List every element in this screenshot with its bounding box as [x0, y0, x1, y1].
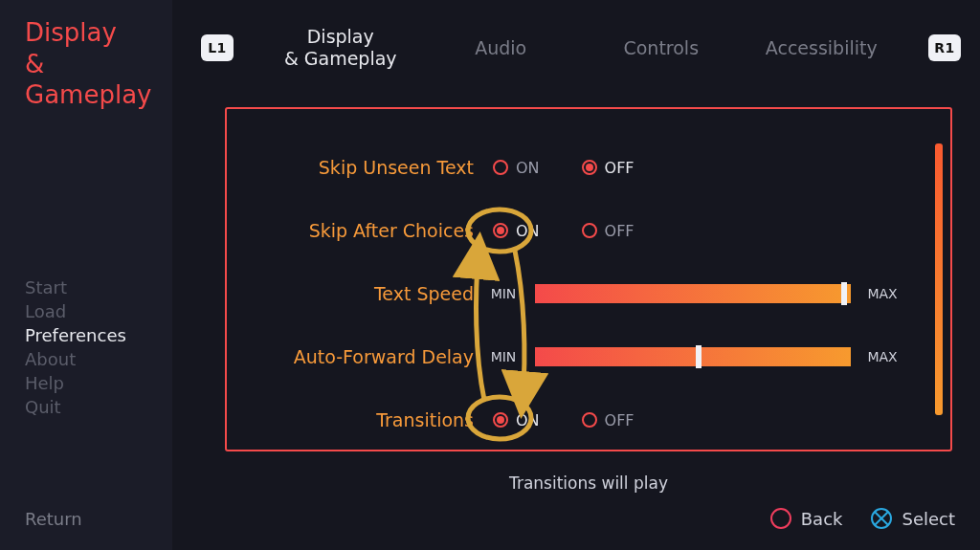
slider-max-label: MAX — [862, 286, 902, 301]
skip-after-on[interactable]: ON — [493, 222, 540, 240]
slider-min-label: MIN — [483, 349, 523, 364]
option-label: ON — [516, 411, 540, 429]
return-button[interactable]: Return — [25, 509, 82, 529]
option-label: OFF — [605, 159, 635, 177]
sidebar-item-help[interactable]: Help — [25, 371, 172, 395]
skip-unseen-off[interactable]: OFF — [582, 159, 635, 177]
skip-after-off[interactable]: OFF — [582, 222, 635, 240]
skip-unseen-on[interactable]: ON — [493, 159, 540, 177]
option-label: ON — [516, 159, 540, 177]
radio-icon — [493, 223, 508, 238]
setting-skip-after-choices: Skip After Choices ON OFF — [256, 214, 933, 247]
tab-label: & Gameplay — [284, 48, 397, 69]
page-title-line1: Display — [25, 18, 117, 47]
setting-skip-unseen: Skip Unseen Text ON OFF — [256, 151, 933, 184]
tab-accessibility[interactable]: Accessibility — [764, 37, 879, 59]
setting-auto-forward-delay: Auto-Forward Delay MIN MAX — [256, 341, 933, 373]
setting-label: Skip After Choices — [256, 220, 474, 241]
topbar: L1 Display & Gameplay Audio Controls Acc… — [201, 19, 961, 77]
sidebar-item-preferences[interactable]: Preferences — [25, 323, 172, 347]
radio-icon — [493, 412, 508, 428]
button-hints: Back Select — [770, 508, 955, 529]
option-label: OFF — [605, 222, 635, 240]
setting-description: Transitions will play — [225, 473, 952, 493]
auto-forward-slider[interactable] — [535, 347, 851, 366]
sidebar-item-start[interactable]: Start — [25, 275, 172, 299]
sidebar: Display & Gameplay Start Load Preference… — [0, 0, 172, 550]
l1-bumper-icon[interactable]: L1 — [201, 34, 234, 61]
slider-thumb[interactable] — [696, 345, 702, 368]
setting-label: Auto-Forward Delay — [256, 346, 474, 367]
radio-icon — [493, 160, 508, 175]
hint-label: Select — [902, 509, 955, 529]
slider-max-label: MAX — [862, 349, 902, 364]
radio-icon — [582, 223, 597, 238]
radio-icon — [582, 160, 597, 175]
sidebar-menu: Start Load Preferences About Help Quit — [25, 275, 172, 420]
cross-button-icon — [871, 508, 892, 529]
setting-label: Text Speed — [256, 283, 474, 304]
tab-label: Display — [307, 26, 374, 47]
page-title: Display & Gameplay — [25, 17, 172, 111]
text-speed-slider[interactable] — [535, 284, 851, 303]
sidebar-item-load[interactable]: Load — [25, 299, 172, 323]
radio-icon — [582, 412, 597, 428]
option-label: ON — [516, 222, 540, 240]
slider-thumb[interactable] — [841, 282, 847, 305]
setting-transitions: Transitions ON OFF — [256, 404, 933, 436]
back-hint: Back — [770, 508, 843, 529]
tab-display-gameplay[interactable]: Display & Gameplay — [283, 26, 398, 70]
transitions-on[interactable]: ON — [493, 411, 540, 429]
circle-button-icon — [770, 508, 791, 529]
setting-label: Skip Unseen Text — [256, 157, 474, 178]
option-label: OFF — [605, 411, 635, 429]
transitions-off[interactable]: OFF — [582, 411, 635, 429]
slider-min-label: MIN — [483, 286, 523, 301]
tab-controls[interactable]: Controls — [604, 37, 719, 59]
page-title-line2: & Gameplay — [25, 50, 151, 110]
setting-text-speed: Text Speed MIN MAX — [256, 277, 933, 310]
r1-bumper-icon[interactable]: R1 — [928, 34, 961, 61]
sidebar-item-quit[interactable]: Quit — [25, 395, 172, 419]
hint-label: Back — [801, 509, 843, 529]
sidebar-item-about[interactable]: About — [25, 347, 172, 371]
panel-scrollbar[interactable] — [935, 143, 943, 415]
setting-label: Transitions — [256, 409, 474, 430]
select-hint: Select — [871, 508, 955, 529]
settings-panel: Skip Unseen Text ON OFF Skip After Choic… — [225, 107, 952, 451]
tab-audio[interactable]: Audio — [443, 37, 558, 59]
tabs: Display & Gameplay Audio Controls Access… — [260, 26, 902, 70]
